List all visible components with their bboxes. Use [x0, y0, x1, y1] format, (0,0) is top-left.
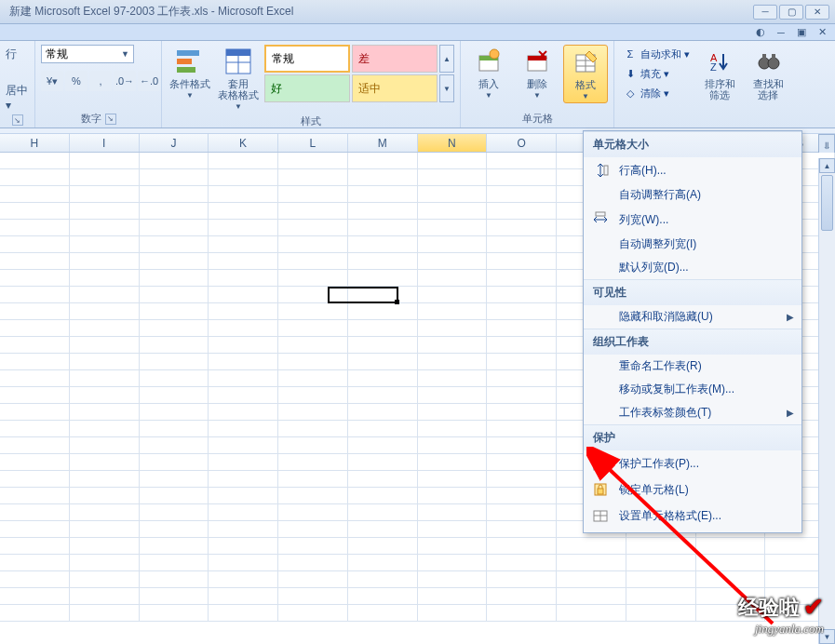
cell[interactable] [626, 588, 696, 605]
column-header-K[interactable]: K [209, 134, 278, 152]
cell[interactable] [487, 236, 557, 253]
cell[interactable] [70, 287, 140, 303]
cell[interactable] [209, 555, 278, 571]
cell[interactable] [209, 471, 278, 488]
cell[interactable] [418, 504, 488, 521]
cell[interactable] [140, 521, 209, 538]
cell[interactable] [0, 555, 70, 571]
cell[interactable] [418, 354, 488, 370]
cell[interactable] [209, 169, 278, 186]
cell[interactable] [418, 521, 488, 538]
menu-tab-color[interactable]: 工作表标签颜色(T) ▶ [584, 401, 801, 424]
cell[interactable] [209, 354, 278, 370]
cell[interactable] [418, 555, 488, 571]
cell[interactable] [209, 236, 278, 253]
cell[interactable] [140, 571, 209, 588]
cell[interactable] [70, 337, 140, 354]
cell[interactable] [140, 555, 209, 571]
cell[interactable] [487, 220, 557, 236]
cell[interactable] [348, 387, 418, 404]
cell[interactable] [696, 571, 766, 588]
cell[interactable] [0, 437, 70, 454]
cell[interactable] [0, 588, 70, 605]
cell[interactable] [278, 236, 348, 253]
decrease-decimal-button[interactable]: ←.0 [138, 71, 160, 91]
cell[interactable] [557, 571, 626, 588]
cell[interactable] [348, 220, 418, 236]
cell[interactable] [209, 404, 278, 421]
cell[interactable] [348, 186, 418, 203]
cell[interactable] [487, 571, 557, 588]
cell[interactable] [348, 437, 418, 454]
cell[interactable] [487, 588, 557, 605]
cell[interactable] [418, 538, 488, 555]
menu-format-cells[interactable]: 设置单元格格式(E)... [584, 503, 801, 529]
cell[interactable] [348, 169, 418, 186]
cell[interactable] [209, 370, 278, 387]
cell[interactable] [348, 370, 418, 387]
accounting-format-button[interactable]: ¥▾ [41, 71, 63, 91]
cell[interactable] [0, 236, 70, 253]
cell[interactable] [0, 538, 70, 555]
cell[interactable] [140, 270, 209, 287]
cell[interactable] [70, 220, 140, 236]
cell[interactable] [418, 186, 488, 203]
column-header-J[interactable]: J [140, 134, 209, 152]
cell[interactable] [209, 153, 278, 169]
cell[interactable] [140, 153, 209, 169]
cell[interactable] [348, 253, 418, 270]
percent-button[interactable]: % [65, 71, 88, 91]
cell[interactable] [487, 421, 557, 437]
cell[interactable] [557, 588, 626, 605]
cell[interactable] [626, 555, 696, 571]
fill-button[interactable]: ⬇填充 ▾ [620, 64, 694, 83]
cell[interactable] [140, 370, 209, 387]
cell[interactable] [348, 404, 418, 421]
cell[interactable] [0, 404, 70, 421]
cell[interactable] [418, 370, 488, 387]
menu-rename-sheet[interactable]: 重命名工作表(R) [584, 355, 801, 378]
cell[interactable] [140, 354, 209, 370]
cell[interactable] [140, 337, 209, 354]
cell[interactable] [209, 488, 278, 504]
cell[interactable] [348, 320, 418, 337]
cell[interactable] [278, 588, 348, 605]
cell[interactable] [140, 253, 209, 270]
cell[interactable] [70, 253, 140, 270]
cell[interactable] [140, 303, 209, 320]
cell[interactable] [418, 253, 488, 270]
cell[interactable] [70, 454, 140, 471]
cell[interactable] [278, 220, 348, 236]
cell[interactable] [278, 454, 348, 471]
cell[interactable] [0, 186, 70, 203]
cell[interactable] [348, 471, 418, 488]
cell[interactable] [418, 404, 488, 421]
cell[interactable] [70, 588, 140, 605]
cell[interactable] [0, 471, 70, 488]
cell[interactable] [278, 521, 348, 538]
cell[interactable] [0, 454, 70, 471]
cell[interactable] [487, 488, 557, 504]
cell[interactable] [140, 203, 209, 220]
cell[interactable] [70, 605, 140, 622]
cell[interactable] [348, 538, 418, 555]
cell[interactable] [487, 153, 557, 169]
cell[interactable] [278, 471, 348, 488]
cell[interactable] [70, 471, 140, 488]
cell[interactable] [487, 454, 557, 471]
cell[interactable] [487, 169, 557, 186]
gallery-more-button[interactable]: ▼ [439, 74, 454, 102]
format-button[interactable]: 格式 ▼ [563, 45, 608, 103]
cell[interactable] [418, 421, 488, 437]
cell[interactable] [0, 320, 70, 337]
format-as-table-button[interactable]: 套用 表格格式 ▼ [216, 45, 261, 113]
cell[interactable] [209, 337, 278, 354]
cell[interactable] [348, 270, 418, 287]
cell[interactable] [626, 605, 696, 622]
autosum-button[interactable]: Σ自动求和 ▾ [620, 45, 694, 63]
cell[interactable] [140, 437, 209, 454]
style-neutral[interactable]: 适中 [352, 74, 438, 102]
cell[interactable] [278, 421, 348, 437]
cell[interactable] [70, 437, 140, 454]
cell[interactable] [348, 504, 418, 521]
